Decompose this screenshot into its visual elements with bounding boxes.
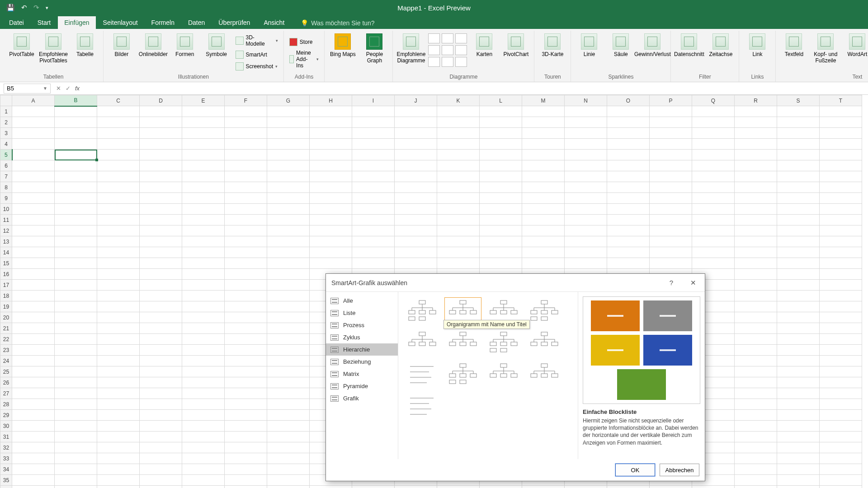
cell-G28[interactable] (267, 399, 310, 410)
cell-C26[interactable] (97, 377, 140, 388)
cell-R16[interactable] (735, 269, 777, 280)
cell-C25[interactable] (97, 366, 140, 377)
cell-G36[interactable] (267, 486, 310, 488)
cell-A35[interactable] (12, 475, 55, 486)
cell-B21[interactable] (55, 323, 97, 334)
row-header-3[interactable]: 3 (0, 128, 12, 139)
tab-ansicht[interactable]: Ansicht (257, 16, 291, 29)
save-icon[interactable]: 💾 (6, 4, 15, 12)
row-header-2[interactable]: 2 (0, 117, 12, 128)
cell-N7[interactable] (565, 171, 607, 182)
layout-option-10[interactable] (485, 361, 522, 389)
cell-N3[interactable] (565, 128, 607, 139)
cell-B25[interactable] (55, 366, 97, 377)
cell-C34[interactable] (97, 464, 140, 475)
cell-H1[interactable] (310, 106, 352, 117)
cell-D1[interactable] (140, 106, 182, 117)
cell-L15[interactable] (480, 258, 522, 269)
cell-J1[interactable] (395, 106, 437, 117)
cell-P15[interactable] (650, 258, 692, 269)
cell-O14[interactable] (607, 247, 650, 258)
cell-D34[interactable] (140, 464, 182, 475)
cell-T36[interactable] (820, 486, 862, 488)
cell-F32[interactable] (225, 442, 267, 453)
cell-M10[interactable] (522, 204, 565, 215)
category-cycle[interactable]: Zyklus (326, 331, 398, 343)
cell-B20[interactable] (55, 312, 97, 323)
cell-R32[interactable] (735, 442, 777, 453)
undo-icon[interactable]: ↶ (21, 4, 27, 12)
cell-E19[interactable] (182, 301, 225, 312)
cell-E22[interactable] (182, 334, 225, 345)
cell-T13[interactable] (820, 236, 862, 247)
cell-R4[interactable] (735, 139, 777, 150)
cell-T6[interactable] (820, 160, 862, 171)
cell-E26[interactable] (182, 377, 225, 388)
cell-R34[interactable] (735, 464, 777, 475)
cell-M3[interactable] (522, 128, 565, 139)
cell-R1[interactable] (735, 106, 777, 117)
cell-J8[interactable] (395, 182, 437, 193)
cell-B1[interactable] (55, 106, 97, 117)
cell-S35[interactable] (777, 475, 820, 486)
cell-T10[interactable] (820, 204, 862, 215)
cell-D28[interactable] (140, 399, 182, 410)
cell-B27[interactable] (55, 388, 97, 399)
cell-J7[interactable] (395, 171, 437, 182)
cell-B24[interactable] (55, 356, 97, 366)
cell-D3[interactable] (140, 128, 182, 139)
cell-A12[interactable] (12, 225, 55, 236)
row-header-30[interactable]: 30 (0, 421, 12, 432)
cell-B30[interactable] (55, 421, 97, 432)
cell-K10[interactable] (437, 204, 480, 215)
cell-J15[interactable] (395, 258, 437, 269)
cell-L7[interactable] (480, 171, 522, 182)
cell-R13[interactable] (735, 236, 777, 247)
cell-N13[interactable] (565, 236, 607, 247)
cell-E28[interactable] (182, 399, 225, 410)
row-header-25[interactable]: 25 (0, 366, 12, 377)
chart-type-3[interactable] (455, 33, 467, 43)
cell-G32[interactable] (267, 442, 310, 453)
cell-G31[interactable] (267, 432, 310, 442)
cell-F15[interactable] (225, 258, 267, 269)
cell-B33[interactable] (55, 453, 97, 464)
cell-O2[interactable] (607, 117, 650, 128)
cell-R33[interactable] (735, 453, 777, 464)
cell-E10[interactable] (182, 204, 225, 215)
cell-S3[interactable] (777, 128, 820, 139)
cell-L9[interactable] (480, 193, 522, 204)
cell-S8[interactable] (777, 182, 820, 193)
row-header-29[interactable]: 29 (0, 410, 12, 421)
column-header-E[interactable]: E (182, 95, 225, 106)
cell-T18[interactable] (820, 291, 862, 301)
cell-T27[interactable] (820, 388, 862, 399)
cell-F3[interactable] (225, 128, 267, 139)
cell-G14[interactable] (267, 247, 310, 258)
row-header-18[interactable]: 18 (0, 291, 12, 301)
category-hierarchy[interactable]: Hierarchie (326, 343, 398, 356)
cell-T8[interactable] (820, 182, 862, 193)
cell-A11[interactable] (12, 215, 55, 225)
sparkline-winloss-button[interactable]: Gewinn/Verlust (638, 32, 667, 58)
cell-S30[interactable] (777, 421, 820, 432)
cell-O9[interactable] (607, 193, 650, 204)
chart-type-9[interactable] (455, 57, 467, 67)
cell-T5[interactable] (820, 150, 862, 160)
cell-F21[interactable] (225, 323, 267, 334)
cell-P3[interactable] (650, 128, 692, 139)
cell-B10[interactable] (55, 204, 97, 215)
cell-R17[interactable] (735, 280, 777, 291)
my-addins-button[interactable]: Meine Add-Ins (288, 49, 321, 70)
cell-G7[interactable] (267, 171, 310, 182)
cell-C29[interactable] (97, 410, 140, 421)
cell-F4[interactable] (225, 139, 267, 150)
cell-E9[interactable] (182, 193, 225, 204)
cell-D32[interactable] (140, 442, 182, 453)
cell-E18[interactable] (182, 291, 225, 301)
cell-T24[interactable] (820, 356, 862, 366)
cell-A31[interactable] (12, 432, 55, 442)
cell-F29[interactable] (225, 410, 267, 421)
cell-R35[interactable] (735, 475, 777, 486)
cell-P5[interactable] (650, 150, 692, 160)
